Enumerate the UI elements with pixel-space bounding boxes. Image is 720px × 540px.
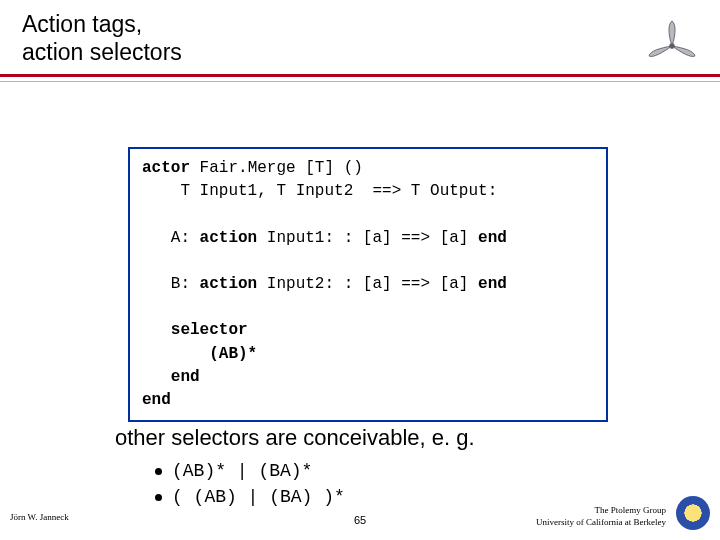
code-l6: (AB)* [142, 345, 257, 363]
bullet-item-1: (AB)* | (BA)* [155, 458, 345, 484]
code-kw-end-a: end [478, 229, 507, 247]
code-l3a: A: [142, 229, 200, 247]
code-box: actor Fair.Merge [T] () T Input1, T Inpu… [128, 147, 608, 422]
code-l2: T Input1, T Input2 ==> T Output: [142, 182, 497, 200]
footer-affiliation-line2: University of California at Berkeley [536, 516, 666, 528]
code-l7: end [142, 368, 200, 386]
svg-point-0 [670, 44, 675, 49]
bullet-item-2: ( (AB) | (BA) )* [155, 484, 345, 510]
bullet-dot-icon [155, 494, 162, 501]
code-l8: end [142, 391, 171, 409]
code-kw-actor: actor [142, 159, 190, 177]
bullet-dot-icon [155, 468, 162, 475]
bullet-list: (AB)* | (BA)* ( (AB) | (BA) )* [155, 458, 345, 510]
berkeley-seal-icon [676, 496, 710, 530]
slide: Action tags, action selectors actor Fair… [0, 0, 720, 540]
bullet-text-2: ( (AB) | (BA) )* [172, 484, 345, 510]
code-kw-action-b: action [200, 275, 258, 293]
code-kw-action-a: action [200, 229, 258, 247]
slide-title: Action tags, action selectors [22, 10, 182, 66]
propeller-logo-icon [646, 20, 698, 72]
code-l3c: Input1: : [a] ==> [a] [257, 229, 478, 247]
footer-affiliation: The Ptolemy Group University of Californ… [536, 504, 666, 528]
footer-affiliation-line1: The Ptolemy Group [536, 504, 666, 516]
code-l4c: Input2: : [a] ==> [a] [257, 275, 478, 293]
code-kw-end-b: end [478, 275, 507, 293]
title-line-2: action selectors [22, 39, 182, 65]
bullet-text-1: (AB)* | (BA)* [172, 458, 312, 484]
code-l1b: Fair.Merge [T] () [190, 159, 363, 177]
code-l5: selector [142, 321, 248, 339]
title-line-1: Action tags, [22, 11, 142, 37]
header-divider [0, 74, 720, 82]
body-text: other selectors are conceivable, e. g. [115, 425, 475, 451]
code-l4a: B: [142, 275, 200, 293]
